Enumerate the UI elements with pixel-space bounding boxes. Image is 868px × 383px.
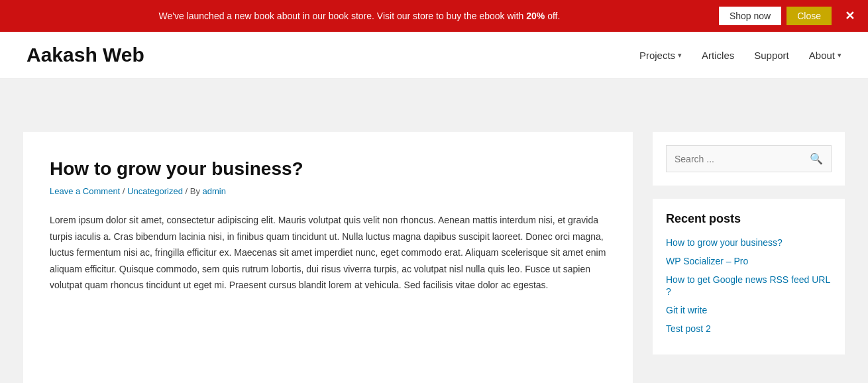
banner-text-before: We've launched a new book about in our b…: [159, 11, 527, 21]
author-link[interactable]: admin: [203, 186, 226, 196]
recent-post-link-4[interactable]: Git it write: [666, 305, 707, 315]
site-header: Aakash Web Projects ▾ Articles Support A…: [0, 32, 868, 79]
list-item: WP Socializer – Pro: [666, 255, 832, 267]
banner-actions: Shop now Close: [719, 7, 832, 25]
nav-label-about: About: [809, 50, 835, 61]
nav-label-projects: Projects: [639, 50, 675, 61]
announcement-banner: We've launched a new book about in our b…: [0, 0, 868, 32]
nav-item-support[interactable]: Support: [754, 50, 789, 61]
chevron-down-icon-about: ▾: [838, 51, 841, 60]
meta-separator-1: /: [123, 186, 127, 196]
site-title: Aakash Web: [27, 44, 639, 66]
recent-posts-list: How to grow your business? WP Socializer…: [666, 237, 832, 335]
leave-comment-link[interactable]: Leave a Comment: [50, 186, 120, 196]
list-item: How to get Google news RSS feed URL ?: [666, 274, 832, 298]
list-item: How to grow your business?: [666, 237, 832, 248]
content-area: How to grow your business? Leave a Comme…: [23, 132, 633, 383]
search-input[interactable]: [667, 147, 802, 171]
nav-item-projects[interactable]: Projects ▾: [639, 50, 682, 61]
nav-label-articles: Articles: [702, 50, 734, 61]
post-meta: Leave a Comment / Uncategorized / By adm…: [50, 186, 606, 196]
category-link[interactable]: Uncategorized: [127, 186, 183, 196]
list-item: Git it write: [666, 304, 832, 316]
list-item: Test post 2: [666, 323, 832, 335]
recent-post-link-1[interactable]: How to grow your business?: [666, 237, 783, 248]
recent-post-link-3[interactable]: How to get Google news RSS feed URL ?: [666, 274, 830, 297]
search-box: 🔍: [666, 145, 832, 172]
gray-spacer: [0, 79, 868, 112]
nav-label-support: Support: [754, 50, 789, 61]
search-icon: 🔍: [810, 153, 823, 164]
by-text: By: [190, 186, 200, 196]
meta-separator-2: /: [186, 186, 190, 196]
post-title: How to grow your business?: [50, 158, 606, 180]
shop-now-button[interactable]: Shop now: [719, 7, 781, 25]
main-wrapper: How to grow your business? Leave a Comme…: [10, 112, 858, 383]
search-widget: 🔍: [653, 132, 845, 186]
sidebar: 🔍 Recent posts How to grow your business…: [653, 132, 845, 383]
nav-item-about[interactable]: About ▾: [809, 50, 841, 61]
recent-post-link-2[interactable]: WP Socializer – Pro: [666, 256, 748, 266]
recent-posts-title: Recent posts: [666, 212, 832, 226]
banner-text-after: off.: [545, 11, 560, 21]
chevron-down-icon: ▾: [678, 51, 682, 60]
banner-text: We've launched a new book about in our b…: [13, 11, 706, 21]
dismiss-icon[interactable]: ✕: [845, 10, 855, 22]
main-nav: Projects ▾ Articles Support About ▾: [639, 50, 841, 61]
banner-bold-text: 20%: [526, 11, 545, 21]
nav-item-articles[interactable]: Articles: [702, 50, 734, 61]
search-button[interactable]: 🔍: [802, 146, 831, 172]
recent-posts-widget: Recent posts How to grow your business? …: [653, 199, 845, 355]
post-body: Lorem ipsum dolor sit amet, consectetur …: [50, 212, 606, 294]
recent-post-link-5[interactable]: Test post 2: [666, 323, 711, 334]
close-button[interactable]: Close: [787, 7, 832, 25]
